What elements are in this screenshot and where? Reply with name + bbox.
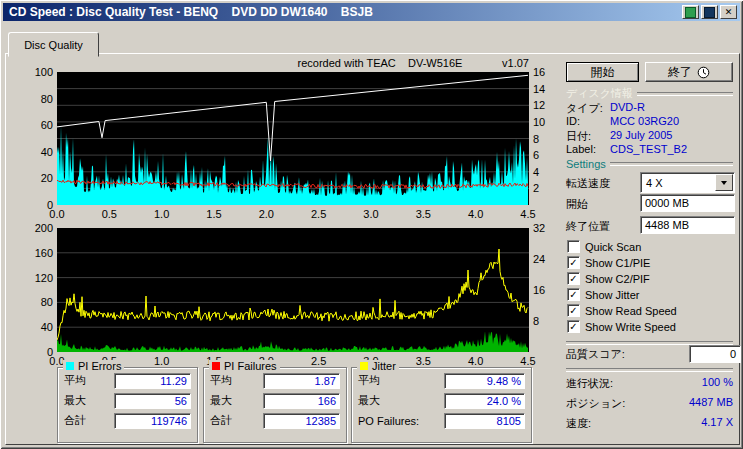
stat-label: 最大 <box>64 393 86 408</box>
speed-status-label: 速度: <box>566 416 591 431</box>
checkbox-box[interactable] <box>567 240 580 253</box>
checkbox-show-c1-pie[interactable]: ✓ Show C1/PIE <box>567 256 650 269</box>
stat-value: 1.87 <box>263 373 340 389</box>
quality-score-label: 品質スコア: <box>566 347 625 362</box>
stat-label: 平均 <box>210 373 232 388</box>
disc-info-row-label: Label: CDS_TEST_B2 <box>566 143 687 155</box>
status-progress: 進行状況: 100 % <box>566 376 733 391</box>
settings-section-header: Settings <box>566 158 733 170</box>
quality-score-value: 0 <box>689 345 741 363</box>
stat-label: 合計 <box>64 413 86 428</box>
stat-box-jitter: Jitter 平均9.48 % 最大24.0 % PO Failures:810… <box>351 367 532 443</box>
disc-info-row-type: タイプ: DVD-R <box>566 101 645 116</box>
chevron-down-icon <box>721 181 727 185</box>
stat-value: 24.0 % <box>444 393 525 409</box>
end-position-field[interactable]: 4488 MB <box>640 216 735 234</box>
stat-label: PO Failures: <box>358 415 419 427</box>
tab-label: Disc Quality <box>24 39 83 51</box>
version-text: v1.07 <box>457 57 529 69</box>
dark-window-icon <box>704 7 715 18</box>
disc-info-section-header: ディスク情報 <box>566 86 733 101</box>
start-position-label: 開始 <box>566 197 588 212</box>
green-disc-icon <box>685 7 696 18</box>
disc-date-value: 29 July 2005 <box>610 129 672 144</box>
checkbox-box[interactable]: ✓ <box>567 288 580 301</box>
tab-disc-quality[interactable]: Disc Quality <box>8 32 99 57</box>
checkbox-show-c2-pif[interactable]: ✓ Show C2/PIF <box>567 272 650 285</box>
stat-box-title: PI Failures <box>224 360 277 372</box>
checkbox-show-jitter[interactable]: ✓ Show Jitter <box>567 288 639 301</box>
stat-value: 8105 <box>444 413 525 429</box>
exit-button[interactable]: 終了 <box>645 62 733 82</box>
disc-id-value: MCC 03RG20 <box>610 115 679 127</box>
stat-row: 最大24.0 % <box>358 393 525 408</box>
titlebar-buttons: ✕ <box>682 5 737 19</box>
pi-failures-swatch-icon <box>212 362 220 370</box>
position-label: ポジション: <box>566 396 625 411</box>
progress-label: 進行状況: <box>566 376 613 391</box>
progress-value: 100 % <box>702 376 733 391</box>
disc-label-value: CDS_TEST_B2 <box>610 143 687 155</box>
stat-row: 最大166 <box>210 393 340 408</box>
disc-date-label: 日付: <box>566 129 610 144</box>
stat-row: 合計119746 <box>64 413 191 428</box>
checkbox-label: Quick Scan <box>585 241 641 253</box>
status-position: ポジション: 4487 MB <box>566 396 733 411</box>
stat-row: PO Failures:8105 <box>358 413 525 428</box>
titlebar-dark-icon-button[interactable] <box>701 5 718 19</box>
start-button[interactable]: 開始 <box>566 62 639 82</box>
clock-icon <box>697 66 710 79</box>
checkbox-label: Show Read Speed <box>585 305 677 317</box>
stat-box-caption: Jitter <box>357 360 399 372</box>
checkbox-show-write-speed[interactable]: ✓ Show Write Speed <box>567 320 676 333</box>
divider <box>637 92 733 96</box>
stat-value: 166 <box>263 393 340 409</box>
titlebar-green-icon-button[interactable] <box>682 5 699 19</box>
stat-row: 平均1.87 <box>210 373 340 388</box>
start-position-field[interactable]: 0000 MB <box>640 194 735 212</box>
speed-selected-value: 4 X <box>641 177 715 189</box>
stat-label: 平均 <box>358 373 380 388</box>
close-icon: ✕ <box>725 8 733 17</box>
stat-box-pi-failures: PI Failures 平均1.87 最大166 合計12385 <box>203 367 347 443</box>
stat-value: 9.48 % <box>444 373 525 389</box>
position-value: 4487 MB <box>689 396 733 411</box>
checkbox-box[interactable]: ✓ <box>567 304 580 317</box>
stat-row: 最大56 <box>64 393 191 408</box>
stat-value: 12385 <box>263 413 340 429</box>
checkbox-label: Show C1/PIE <box>585 257 650 269</box>
checkbox-quick-scan[interactable]: Quick Scan <box>567 240 641 253</box>
stat-box-title: Jitter <box>372 360 396 372</box>
disc-type-value: DVD-R <box>610 101 645 116</box>
stat-row: 合計12385 <box>210 413 340 428</box>
dropdown-button[interactable] <box>715 174 733 191</box>
checkbox-show-read-speed[interactable]: ✓ Show Read Speed <box>567 304 677 317</box>
disc-info-row-id: ID: MCC 03RG20 <box>566 115 679 127</box>
checkbox-box[interactable]: ✓ <box>567 256 580 269</box>
cd-speed-window: CD Speed : Disc Quality Test - BENQ DVD … <box>0 0 743 449</box>
stat-box-pi-errors: PI Errors 平均11.29 最大56 合計119746 <box>57 367 198 443</box>
window-title: CD Speed : Disc Quality Test - BENQ DVD … <box>9 5 373 19</box>
stat-box-title: PI Errors <box>78 360 121 372</box>
speed-select[interactable]: 4 X <box>640 172 735 193</box>
disc-id-label: ID: <box>566 115 610 127</box>
disc-info-row-date: 日付: 29 July 2005 <box>566 129 672 144</box>
checkbox-label: Show Write Speed <box>585 321 676 333</box>
stat-label: 合計 <box>210 413 232 428</box>
checkbox-box[interactable]: ✓ <box>567 272 580 285</box>
titlebar[interactable]: CD Speed : Disc Quality Test - BENQ DVD … <box>3 3 740 21</box>
divider <box>566 368 733 372</box>
disc-info-title: ディスク情報 <box>566 86 633 101</box>
exit-button-label: 終了 <box>668 64 692 81</box>
status-speed: 速度: 4.17 X <box>566 416 733 431</box>
stat-row: 平均9.48 % <box>358 373 525 388</box>
stat-label: 最大 <box>210 393 232 408</box>
close-button[interactable]: ✕ <box>720 5 737 19</box>
stat-box-caption: PI Failures <box>209 360 280 372</box>
checkbox-box[interactable]: ✓ <box>567 320 580 333</box>
stat-value: 119746 <box>114 413 191 429</box>
speed-status-value: 4.17 X <box>701 416 733 431</box>
speed-label: 転送速度 <box>566 176 610 191</box>
stat-value: 56 <box>114 393 191 409</box>
end-position-label: 終了位置 <box>566 219 610 234</box>
